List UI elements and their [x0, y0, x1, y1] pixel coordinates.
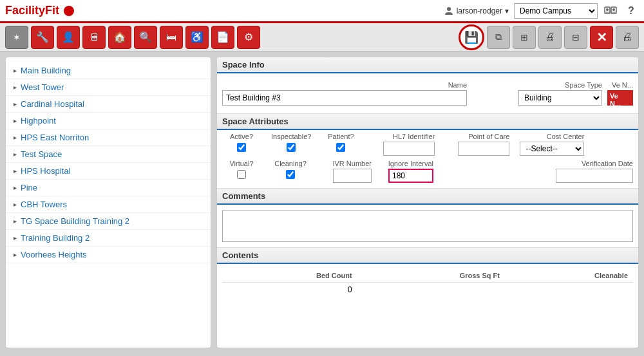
- space-info-panel: Space Info Name Space Type Building Floo…: [216, 57, 639, 348]
- sidebar-building-item[interactable]: HPS Hospital: [6, 163, 211, 180]
- name-label: Name: [222, 81, 467, 89]
- hl7-input[interactable]: [383, 142, 435, 156]
- ve-label: Ve N...: [607, 81, 633, 89]
- user-info: larson-rodger ▾: [444, 6, 509, 16]
- print-button[interactable]: 🖨: [616, 26, 639, 49]
- active-checkbox[interactable]: [237, 143, 246, 152]
- patient-label: Patient?: [328, 133, 354, 140]
- verification-date-input[interactable]: [556, 169, 633, 183]
- verification-date-label: Verification Date: [582, 160, 633, 167]
- wrench-tool-button[interactable]: 🔧: [31, 26, 54, 49]
- dropdown-arrow[interactable]: ▾: [505, 6, 509, 15]
- cleaning-label: Cleaning?: [274, 160, 307, 167]
- space-type-label: Space Type: [518, 81, 602, 89]
- ivr-label: IVR Number: [332, 160, 372, 167]
- attrs-top-row: Active? Inspectable? Patient? HL7 Identi…: [217, 130, 638, 158]
- svg-point-2: [606, 8, 609, 11]
- cleanable-header: Cleanable: [505, 269, 633, 283]
- help-icon[interactable]: ?: [623, 3, 639, 19]
- poc-input[interactable]: [458, 142, 509, 156]
- poc-label: Point of Care: [468, 133, 509, 140]
- cleaning-checkbox[interactable]: [286, 170, 295, 179]
- hl7-label: HL7 Identifier: [393, 133, 435, 140]
- space-type-field-group: Space Type Building Floor Room Zone: [518, 81, 602, 106]
- comments-textarea[interactable]: [222, 210, 633, 242]
- filter-button[interactable]: ⊟: [564, 26, 587, 49]
- active-label: Active?: [230, 133, 253, 140]
- comments-content: [217, 205, 638, 247]
- sidebar-building-item[interactable]: CBH Towers: [6, 196, 211, 213]
- gross-sqft-value: [357, 283, 505, 297]
- ivr-input[interactable]: [333, 169, 372, 183]
- delete-button[interactable]: ✕: [590, 26, 613, 49]
- sidebar-building-item[interactable]: Training Building 2: [6, 230, 211, 247]
- building-list: Main BuildingWest TowerCardinal Hospital…: [6, 62, 211, 263]
- ignore-interval-input[interactable]: [388, 169, 433, 183]
- bed-count-header: Bed Count: [222, 269, 357, 283]
- header-right: larson-rodger ▾ Demo Campus ?: [444, 3, 639, 19]
- sidebar-building-item[interactable]: TG Space Building Training 2: [6, 213, 211, 230]
- sidebar-building-item[interactable]: Main Building: [6, 62, 211, 79]
- pin-tool-button[interactable]: ✶: [5, 26, 28, 49]
- ignore-interval-field: Ignore Interval: [382, 160, 433, 183]
- copy-button[interactable]: ⧉: [487, 26, 510, 49]
- logo-fit: Fit: [45, 4, 59, 17]
- sidebar-building-item[interactable]: Test Space: [6, 146, 211, 163]
- poc-field: Point of Care: [445, 133, 509, 156]
- contents-section: Contents Bed Count Gross Sq Ft Cleanable…: [217, 248, 638, 302]
- virtual-field: Virtual?: [222, 160, 261, 179]
- inspectable-checkbox[interactable]: [287, 143, 296, 152]
- hl7-field: HL7 Identifier: [370, 133, 435, 156]
- save-button[interactable]: 💾: [459, 24, 484, 50]
- ignore-interval-label: Ignore Interval: [388, 160, 433, 167]
- person-tool-button[interactable]: 👤: [57, 26, 80, 49]
- print2-button[interactable]: 🖨: [538, 26, 562, 49]
- monitor-tool-button[interactable]: 🖥: [82, 26, 106, 49]
- main-content: Main BuildingWest TowerCardinal Hospital…: [0, 52, 644, 353]
- inspectable-label: Inspectable?: [271, 133, 311, 140]
- svg-point-5: [612, 8, 615, 11]
- comments-section: Comments: [217, 189, 638, 248]
- virtual-checkbox[interactable]: [237, 170, 246, 179]
- comments-header: Comments: [217, 189, 638, 205]
- sidebar-building-item[interactable]: Pine: [6, 180, 211, 196]
- username: larson-rodger: [457, 6, 502, 15]
- gear-tool-button[interactable]: ⚙: [237, 26, 260, 49]
- sidebar-building-item[interactable]: Cardinal Hospital: [6, 96, 211, 113]
- sidebar-building-item[interactable]: West Tower: [6, 79, 211, 96]
- building-list-panel: Main BuildingWest TowerCardinal Hospital…: [5, 57, 211, 348]
- sidebar-building-item[interactable]: Voorhees Heights: [6, 247, 211, 263]
- bed-tool-button[interactable]: 🛏: [160, 26, 183, 49]
- ve-field-group: Ve N... VeN...: [607, 81, 633, 106]
- cleaning-field: Cleaning?: [271, 160, 310, 179]
- gross-sqft-header: Gross Sq Ft: [357, 269, 505, 283]
- sidebar-building-item[interactable]: HPS East Norriton: [6, 129, 211, 146]
- home-tool-button[interactable]: 🏠: [108, 26, 131, 49]
- hierarchy-button[interactable]: ⊞: [513, 26, 536, 49]
- cost-center-select[interactable]: --Select--: [520, 142, 584, 156]
- space-attributes-section: Space Attributes Active? Inspectable? Pa…: [217, 114, 638, 189]
- patient-field: Patient?: [321, 133, 360, 152]
- name-input[interactable]: [222, 90, 467, 106]
- search-tool-button[interactable]: 🔍: [134, 26, 157, 49]
- contents-header: Contents: [217, 248, 638, 264]
- space-attrs-header: Space Attributes: [217, 114, 638, 130]
- sidebar-building-item[interactable]: Highpoint: [6, 113, 211, 129]
- bed-count-value: 0: [222, 283, 357, 297]
- cleanable-value: [505, 283, 633, 297]
- ivr-field: IVR Number: [320, 160, 372, 183]
- space-info-row: Name Space Type Building Floor Room Zone: [222, 79, 633, 108]
- logo: FacilityFit i: [5, 4, 74, 17]
- campus-select[interactable]: Demo Campus: [514, 3, 598, 19]
- document-tool-button[interactable]: 📄: [211, 26, 234, 49]
- verification-date-field: Verification Date: [556, 160, 633, 183]
- ve-value: VeN...: [607, 90, 633, 106]
- patient-checkbox[interactable]: [336, 143, 345, 152]
- contents-table: Bed Count Gross Sq Ft Cleanable 0: [222, 269, 633, 297]
- contacts-icon[interactable]: [603, 3, 618, 19]
- space-info-header: Space Info: [217, 57, 638, 73]
- wheelchair-tool-button[interactable]: ♿: [185, 26, 209, 49]
- space-type-select[interactable]: Building Floor Room Zone: [518, 90, 602, 106]
- user-icon: [444, 6, 454, 16]
- logo-facility: Facility: [5, 4, 45, 17]
